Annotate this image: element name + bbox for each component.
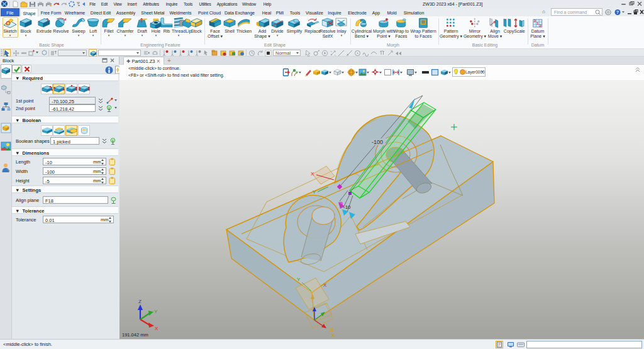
svg-text:?: ? — [616, 10, 619, 14]
svg-text:Y: Y — [313, 189, 316, 195]
svg-text:3: 3 — [534, 19, 536, 23]
svg-text:Y: Y — [154, 309, 158, 314]
svg-text:2: 2 — [540, 24, 541, 28]
svg-text:X: X — [331, 333, 335, 338]
svg-text:Z: Z — [138, 299, 142, 304]
svg-text:X: X — [311, 171, 314, 177]
svg-text:X: X — [155, 326, 158, 331]
svg-text:-10: -10 — [343, 204, 351, 210]
svg-text:1: 1 — [536, 21, 538, 25]
svg-text:-100: -100 — [372, 139, 383, 145]
svg-text:X: X — [323, 282, 327, 288]
svg-text:Y: Y — [297, 277, 301, 282]
